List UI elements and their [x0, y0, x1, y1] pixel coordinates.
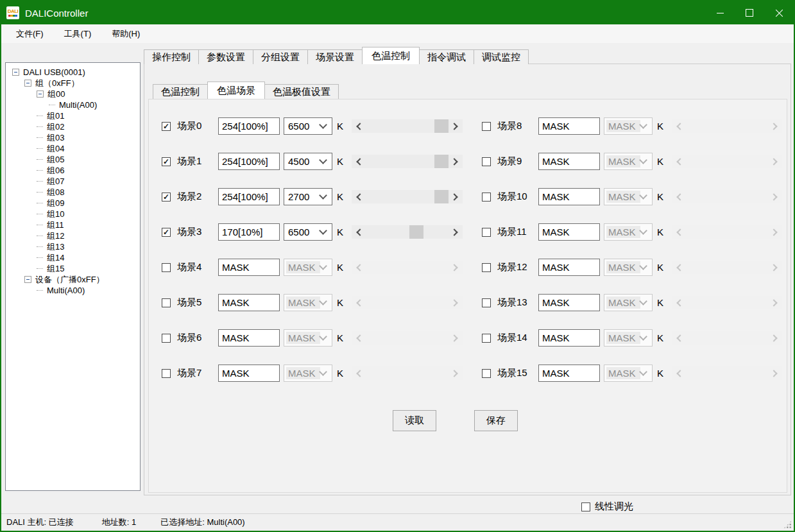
brightness-scrollbar[interactable] — [352, 225, 463, 239]
menu-item[interactable]: 工具(T) — [57, 26, 99, 42]
tree-item[interactable]: 组00 — [6, 89, 140, 99]
tree-collapse-icon[interactable] — [37, 90, 44, 98]
scene-level-input[interactable] — [538, 294, 600, 311]
scene-row: 场景15MASKK — [482, 364, 782, 382]
scene-level-input[interactable] — [218, 259, 280, 276]
scene-level-input[interactable] — [538, 188, 600, 205]
scene-level-input[interactable] — [538, 329, 600, 347]
tree-collapse-icon[interactable] — [24, 276, 31, 283]
tree-item[interactable]: 组03 — [6, 132, 140, 143]
tree-item[interactable]: 组08 — [6, 187, 140, 198]
tree-collapse-icon[interactable] — [12, 69, 19, 76]
brightness-scrollbar[interactable] — [352, 190, 463, 203]
tab-操作控制[interactable]: 操作控制 — [144, 49, 199, 64]
minimize-button[interactable] — [705, 1, 735, 24]
tree-item[interactable]: DALI USB(0001) — [6, 67, 140, 78]
scene-checkbox[interactable]: ✓ — [162, 193, 171, 202]
tree-item[interactable]: 组01 — [6, 110, 140, 121]
tab-调试监控[interactable]: 调试监控 — [474, 49, 529, 64]
scene-checkbox[interactable] — [162, 334, 171, 343]
scene-level-input[interactable] — [538, 259, 600, 276]
scene-checkbox[interactable] — [482, 228, 491, 237]
tree-item[interactable]: 组（0xFF） — [6, 78, 140, 89]
scene-checkbox[interactable] — [482, 263, 491, 272]
scroll-right-icon[interactable] — [450, 123, 457, 130]
tab-场景设置[interactable]: 场景设置 — [307, 49, 363, 64]
tree-item[interactable]: 组04 — [6, 143, 140, 154]
scene-checkbox[interactable] — [482, 369, 491, 378]
scene-level-input[interactable] — [218, 223, 280, 241]
scene-checkbox[interactable] — [162, 263, 171, 272]
scroll-right-icon[interactable] — [450, 158, 457, 165]
tab-色温控制[interactable]: 色温控制 — [362, 47, 420, 64]
scene-level-input[interactable] — [538, 153, 600, 170]
scene-checkbox[interactable] — [482, 122, 491, 131]
scroll-left-icon[interactable] — [356, 123, 363, 130]
tree-item[interactable]: 组06 — [6, 165, 140, 176]
resize-grip-icon[interactable] — [783, 520, 792, 529]
scene-checkbox[interactable] — [162, 369, 171, 378]
scroll-left-icon[interactable] — [356, 158, 363, 165]
close-button[interactable] — [764, 1, 794, 24]
subtab-色温极值设置[interactable]: 色温极值设置 — [264, 84, 339, 99]
scene-level-input[interactable] — [538, 117, 600, 135]
brightness-scrollbar[interactable] — [352, 155, 463, 168]
scene-level-input[interactable] — [218, 294, 280, 311]
scene-checkbox[interactable] — [482, 157, 491, 166]
menu-item[interactable]: 文件(F) — [9, 26, 51, 42]
kelvin-dropdown[interactable]: 6500 — [284, 117, 332, 135]
linear-dimming-checkbox[interactable] — [581, 502, 590, 511]
save-button[interactable]: 保存 — [474, 410, 518, 431]
scrollbar-thumb[interactable] — [409, 225, 423, 239]
tree-item[interactable]: 组12 — [6, 230, 140, 241]
subtab-色温场景[interactable]: 色温场景 — [207, 82, 265, 99]
tree-item[interactable]: 组11 — [6, 219, 140, 230]
tree-item[interactable]: 组02 — [6, 121, 140, 132]
scene-level-input[interactable] — [218, 117, 280, 135]
scene-level-input[interactable] — [538, 223, 600, 241]
scene-level-input[interactable] — [218, 153, 280, 170]
tree-item-label: 组14 — [47, 252, 64, 264]
tree-collapse-icon[interactable] — [24, 80, 31, 87]
tree-item[interactable]: 组05 — [6, 154, 140, 165]
kelvin-dropdown[interactable]: 6500 — [284, 223, 332, 241]
maximize-button[interactable] — [735, 1, 764, 24]
brightness-scrollbar[interactable] — [352, 119, 463, 133]
tree-item[interactable]: 组15 — [6, 263, 140, 274]
scrollbar-thumb[interactable] — [434, 190, 449, 203]
scroll-right-icon[interactable] — [450, 228, 457, 236]
scene-level-input[interactable] — [218, 188, 280, 205]
scene-level-input[interactable] — [218, 365, 280, 382]
kelvin-unit-label: K — [657, 227, 666, 237]
scene-checkbox[interactable]: ✓ — [162, 157, 171, 166]
tree-item[interactable]: 组13 — [6, 241, 140, 252]
read-button[interactable]: 读取 — [393, 410, 436, 431]
tree-item[interactable]: 组09 — [6, 198, 140, 209]
scene-checkbox[interactable] — [482, 334, 491, 343]
scrollbar-thumb[interactable] — [434, 119, 449, 133]
tree-item[interactable]: Multi(A00) — [6, 285, 140, 296]
tab-参数设置[interactable]: 参数设置 — [198, 49, 253, 64]
scene-checkbox[interactable]: ✓ — [162, 228, 171, 237]
scroll-right-icon[interactable] — [450, 193, 457, 200]
scene-checkbox[interactable]: ✓ — [162, 122, 171, 131]
subtab-色温控制[interactable]: 色温控制 — [153, 84, 208, 99]
kelvin-dropdown[interactable]: 4500 — [284, 153, 332, 170]
menu-item[interactable]: 帮助(H) — [105, 26, 147, 42]
tree-item[interactable]: 设备（广播0xFF） — [6, 274, 140, 285]
tree-item[interactable]: 组10 — [6, 209, 140, 219]
scene-checkbox[interactable] — [162, 298, 171, 307]
kelvin-dropdown[interactable]: 2700 — [284, 188, 332, 205]
tree-item[interactable]: Multi(A00) — [6, 99, 140, 110]
scene-checkbox[interactable] — [482, 193, 491, 202]
tab-分组设置[interactable]: 分组设置 — [253, 49, 308, 64]
scene-level-input[interactable] — [538, 365, 600, 382]
scroll-left-icon[interactable] — [356, 193, 363, 200]
tab-指令调试[interactable]: 指令调试 — [419, 49, 474, 64]
scrollbar-thumb[interactable] — [434, 155, 449, 168]
scene-checkbox[interactable] — [482, 298, 491, 307]
scroll-left-icon[interactable] — [356, 228, 363, 236]
scene-level-input[interactable] — [218, 329, 280, 347]
tree-item[interactable]: 组14 — [6, 252, 140, 263]
tree-item[interactable]: 组07 — [6, 176, 140, 187]
